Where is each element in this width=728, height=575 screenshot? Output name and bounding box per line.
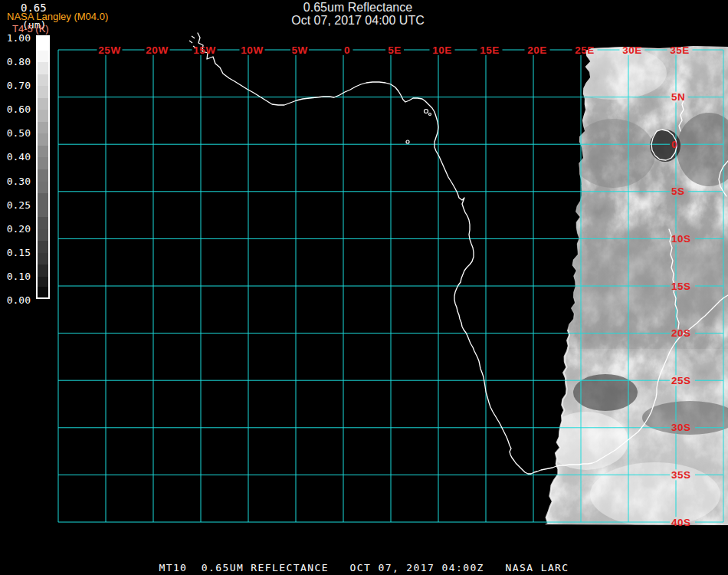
latitude-label: 35S (671, 469, 691, 481)
island-outline (406, 140, 409, 143)
longitude-label: 15W (193, 44, 215, 56)
longitude-label: 25W (98, 44, 120, 56)
latitude-label: 5S (671, 186, 685, 197)
longitude-label: 5E (388, 44, 402, 56)
latitude-label: 40S (671, 517, 691, 528)
smooth-region (571, 119, 655, 188)
satellite-quicklook: 0.65um Reflectance Oct 07, 2017 04:00 UT… (0, 0, 728, 575)
longitude-label: 10E (432, 44, 452, 56)
latitude-label: 30S (671, 422, 691, 433)
latitude-label: 15S (671, 281, 691, 292)
longitude-label: 20E (527, 44, 547, 56)
longitude-label: 15E (480, 44, 500, 56)
island-outline (429, 113, 431, 116)
dark-swirl (573, 374, 638, 411)
map-svg: 25W20W15W10W5W05E10E15E20E25E30E35E5N05S… (0, 0, 728, 575)
latitude-label: 5N (671, 91, 685, 103)
islet-mark (192, 36, 195, 38)
latitude-label: 0 (671, 139, 677, 150)
longitude-label: 25E (575, 44, 595, 56)
latitude-label: 10S (671, 233, 691, 245)
longitude-label: 10W (241, 44, 263, 56)
islet-mark (189, 41, 192, 43)
longitude-label: 20W (146, 44, 168, 56)
bright-cloud-mass (590, 462, 720, 527)
footer-caption: MT10 0.65UM REFLECTANCE OCT 07, 2017 04:… (0, 562, 728, 573)
longitude-label: 35E (670, 44, 690, 56)
latitude-label: 25S (671, 375, 691, 386)
island-outline (425, 110, 428, 113)
longitude-label: 30E (622, 44, 642, 56)
latitude-label: 20S (671, 327, 691, 339)
longitude-label: 0 (344, 44, 350, 56)
longitude-label: 5W (291, 44, 307, 56)
smooth-mid-band (567, 222, 728, 341)
